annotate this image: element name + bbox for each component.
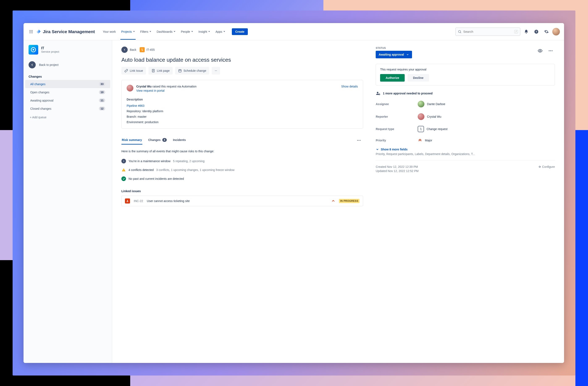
- svg-point-4: [31, 31, 31, 32]
- queue-awaiting-approval[interactable]: Awaiting approval 11: [25, 96, 110, 104]
- ellipsis-icon: [215, 69, 217, 73]
- add-queue-button[interactable]: + Add queue: [23, 113, 112, 122]
- search-input[interactable]: [463, 30, 513, 33]
- profile-avatar[interactable]: [552, 28, 560, 36]
- arrow-left-icon: [29, 61, 36, 68]
- calendar-icon: [178, 69, 182, 73]
- nav-insight[interactable]: Insight: [196, 28, 212, 35]
- field-reporter[interactable]: Reporter Crystal Wu: [376, 110, 555, 123]
- project-subtitle: Service project: [41, 50, 59, 53]
- field-assignee[interactable]: Assignee Dante Darboe: [376, 98, 555, 110]
- settings-icon[interactable]: [542, 27, 551, 36]
- project-name: IT: [41, 46, 59, 50]
- svg-point-9: [459, 30, 461, 33]
- svg-line-10: [460, 32, 461, 33]
- show-details-link[interactable]: Show details: [341, 85, 358, 88]
- field-request-type[interactable]: Request type Change request: [376, 123, 555, 135]
- more-issue-actions[interactable]: [212, 67, 220, 75]
- svg-rect-35: [124, 170, 124, 171]
- chevron-down-icon: [223, 31, 225, 32]
- product-logo[interactable]: Jira Service Management: [36, 29, 95, 34]
- search-icon: [458, 30, 462, 34]
- queue-open-changes[interactable]: Open changes 10: [25, 88, 110, 96]
- desc-line: Environment: production: [127, 120, 358, 124]
- schedule-change-button[interactable]: Schedule change: [175, 67, 209, 75]
- show-more-subtext: Priority, Request participants, Labels, …: [376, 152, 555, 156]
- requester-avatar: [127, 85, 133, 92]
- chevron-down-icon: [149, 31, 151, 32]
- svg-point-32: [360, 140, 361, 141]
- svg-point-31: [358, 140, 359, 141]
- watch-icon[interactable]: [536, 47, 544, 55]
- svg-point-7: [31, 33, 31, 33]
- risk-intro: Here is the summary of all events that m…: [121, 150, 363, 153]
- chevron-down-icon: [191, 31, 193, 32]
- link-page-button[interactable]: Link page: [148, 67, 173, 75]
- configure-link[interactable]: Configure: [537, 165, 555, 169]
- description-heading: Description: [127, 98, 358, 101]
- risk-row: 4 conflicts detected 3 conflicts, 1 upco…: [121, 166, 363, 174]
- issue-view: Back IT-455 Auto load balance update on …: [112, 40, 564, 363]
- issue-actions: Link Issue Link page Schedule change: [121, 67, 363, 75]
- queue-closed-changes[interactable]: Closed changes 12: [25, 104, 110, 113]
- detail-tabs: Risk summary Changes4 Incidents: [121, 136, 363, 145]
- nav-people[interactable]: People: [179, 28, 195, 35]
- warning-icon: [121, 168, 126, 172]
- nav-filters[interactable]: Filters: [138, 28, 153, 35]
- svg-point-15: [540, 50, 541, 51]
- request-type-icon: [418, 126, 424, 132]
- breadcrumb: Back IT-455: [121, 47, 363, 53]
- tab-changes[interactable]: Changes4: [148, 136, 167, 144]
- pipeline-link[interactable]: Pipeline #863: [127, 104, 358, 107]
- nav-your-work[interactable]: Your work: [101, 28, 118, 35]
- app-switcher-icon[interactable]: [28, 28, 34, 35]
- svg-point-3: [30, 31, 30, 32]
- search-field[interactable]: /: [455, 27, 520, 36]
- decline-button[interactable]: Decline: [408, 74, 429, 82]
- tab-incidents[interactable]: Incidents: [173, 136, 186, 144]
- product-name: Jira Service Management: [43, 29, 95, 34]
- desc-line: Branch: master: [127, 115, 358, 118]
- show-more-fields[interactable]: Show 8 more fields: [376, 148, 555, 151]
- svg-rect-34: [124, 161, 124, 162]
- issue-title[interactable]: Auto load balance update on access servi…: [121, 57, 363, 63]
- svg-point-0: [30, 30, 30, 31]
- more-actions-icon[interactable]: [546, 47, 555, 55]
- svg-point-37: [127, 200, 128, 201]
- tab-risk-summary[interactable]: Risk summary: [121, 136, 142, 144]
- create-button[interactable]: Create: [232, 28, 248, 35]
- change-type-icon: [140, 47, 145, 52]
- issue-key-link[interactable]: IT-455: [140, 47, 155, 52]
- chevron-down-icon: [208, 31, 210, 32]
- risk-row: No past and current incidents are detect…: [121, 174, 363, 183]
- help-icon[interactable]: ?: [532, 27, 541, 36]
- notifications-icon[interactable]: [522, 27, 530, 36]
- authorize-button[interactable]: Authorize: [380, 74, 405, 82]
- svg-point-2: [32, 30, 33, 31]
- status-label: STATUS: [376, 47, 555, 50]
- project-header: IT Service project: [23, 45, 112, 59]
- check-icon: [121, 176, 126, 181]
- nav-dashboards[interactable]: Dashboards: [155, 28, 178, 35]
- back-to-project[interactable]: Back to project: [23, 59, 112, 71]
- approval-panel: This request requires your approval Auth…: [376, 64, 555, 86]
- person-check-icon: [376, 91, 380, 96]
- assignee-avatar: [418, 101, 424, 107]
- svg-point-14: [33, 49, 34, 51]
- link-issue-button[interactable]: Link Issue: [121, 67, 146, 75]
- linked-issue-card[interactable]: INC-22 User cannot access ticketing site…: [121, 196, 363, 206]
- status-dropdown[interactable]: Awaiting approval: [376, 51, 412, 58]
- view-in-portal-link[interactable]: View request in portal: [136, 89, 165, 92]
- tabs-more-icon[interactable]: [355, 136, 363, 145]
- nav-projects[interactable]: Projects: [119, 28, 137, 35]
- svg-point-8: [32, 33, 33, 33]
- chevron-down-icon: [376, 148, 379, 151]
- gear-icon: [537, 165, 541, 169]
- reporter-avatar: [418, 113, 424, 120]
- approvals-needed: 1 more approval needed to proceed: [376, 91, 555, 96]
- queue-all-changes[interactable]: All changes 33: [25, 80, 110, 88]
- breadcrumb-back[interactable]: Back: [121, 47, 136, 53]
- nav-apps[interactable]: Apps: [213, 28, 227, 35]
- field-priority[interactable]: Priority Major: [376, 135, 555, 146]
- linked-issue-title: User cannot access ticketing site: [147, 199, 327, 203]
